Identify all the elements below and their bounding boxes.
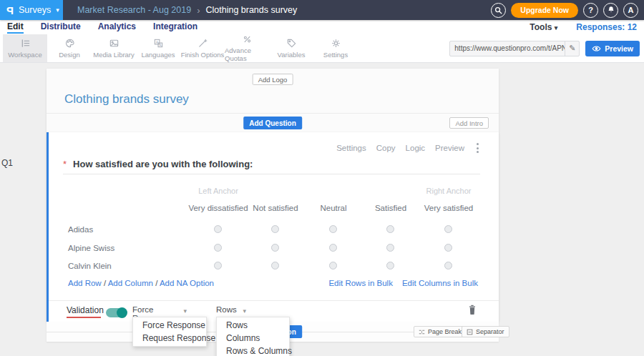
menu-option-rows-columns[interactable]: Rows & Columns (217, 345, 289, 356)
question-logic-link[interactable]: Logic (406, 144, 426, 152)
quota-percent-icon (242, 34, 253, 44)
edit-columns-bulk-link[interactable]: Edit Columns in Bulk (402, 279, 478, 287)
add-na-option-link[interactable]: Add NA Option (160, 279, 214, 287)
force-response-dropdown[interactable]: Force Response ▾ (132, 305, 188, 317)
edit-toolbar: Workspace Design Media Library AA Langua… (0, 34, 644, 63)
radio-option[interactable] (271, 225, 279, 233)
validation-toggle[interactable] (106, 308, 127, 317)
question-text[interactable]: How satisfied are you with the following… (73, 159, 253, 169)
survey-actions-row: Add Question Add Intro (47, 113, 499, 132)
tool-media-library[interactable]: Media Library (92, 34, 136, 62)
add-column-link[interactable]: Add Column (108, 279, 153, 287)
pencil-icon: ✎ (569, 44, 575, 53)
row-label[interactable]: Calvin Klein (68, 262, 112, 270)
tool-variables[interactable]: Variables (269, 34, 313, 62)
radio-option[interactable] (214, 262, 222, 270)
question-card: Settings Copy Logic Preview * How satisf… (47, 132, 499, 322)
avatar[interactable]: A (623, 3, 638, 18)
tool-workspace[interactable]: Workspace (3, 34, 47, 62)
survey-url-field[interactable]: https://www.questionpro.com/t/APNrFZ ✎ (449, 41, 580, 56)
edit-rows-bulk-link[interactable]: Edit Rows in Bulk (328, 279, 392, 287)
edit-url-button[interactable]: ✎ (565, 41, 579, 56)
left-anchor-label[interactable]: Left Anchor (179, 187, 258, 195)
tool-advance-quotas[interactable]: Advance Quotas (225, 34, 269, 62)
row-edit-links: Add Row / Add Column / Add NA Option (68, 279, 214, 287)
workspace-icon (20, 38, 31, 49)
column-header[interactable]: Very satisfied (413, 204, 484, 212)
breadcrumb-current: Clothing brands survey (205, 5, 297, 15)
tab-distribute[interactable]: Distribute (41, 21, 81, 34)
radio-option[interactable] (329, 262, 337, 270)
svg-text:A: A (155, 40, 158, 44)
question-preview-link[interactable]: Preview (435, 144, 464, 152)
radio-option[interactable] (329, 244, 337, 252)
add-question-button[interactable]: Add Question (243, 117, 302, 129)
help-button[interactable]: ? (583, 3, 598, 18)
tool-settings[interactable]: Settings (313, 34, 358, 62)
separator-button[interactable]: Separator (462, 326, 509, 337)
page-break-button[interactable]: Page Break (414, 326, 467, 337)
radio-option[interactable] (386, 262, 394, 270)
question-settings-link[interactable]: Settings (336, 144, 366, 152)
menu-option-rows[interactable]: Rows (217, 319, 289, 332)
question-copy-link[interactable]: Copy (376, 144, 396, 152)
responses-link[interactable]: Responses: 12 (576, 22, 637, 32)
toggle-knob (117, 307, 127, 318)
menu-option-request-response[interactable]: Request Response (133, 332, 206, 345)
tab-integration[interactable]: Integration (153, 21, 197, 34)
radio-option[interactable] (444, 244, 452, 252)
notifications-button[interactable] (603, 3, 618, 18)
radio-option[interactable] (444, 262, 452, 270)
radio-option[interactable] (271, 244, 279, 252)
radio-option[interactable] (386, 244, 394, 252)
validation-target-menu: Rows Columns Rows & Columns (216, 317, 290, 356)
question-text-row: * How satisfied are you with the followi… (63, 159, 253, 169)
add-intro-button[interactable]: Add Intro (449, 117, 489, 129)
tools-dropdown[interactable]: Tools ▾ (530, 22, 557, 32)
question-text-underline (63, 174, 480, 174)
tag-icon (286, 38, 297, 49)
add-logo-button[interactable]: Add Logo (253, 74, 293, 85)
preview-button[interactable]: Preview (585, 41, 640, 56)
palette-icon (64, 38, 75, 49)
menu-tabs: Edit Distribute Analytics Integration (0, 21, 197, 34)
upgrade-now-button[interactable]: Upgrade Now (511, 3, 578, 18)
validation-label[interactable]: Validation (67, 305, 104, 315)
gear-icon (331, 38, 341, 49)
required-asterisk: * (63, 159, 67, 169)
eye-icon (592, 45, 601, 52)
survey-header-card: Add Logo Clothing brands survey Add Ques… (47, 69, 499, 132)
tool-design[interactable]: Design (47, 34, 92, 62)
row-label[interactable]: Adidas (68, 225, 93, 234)
page-break-icon (419, 329, 425, 335)
radio-option[interactable] (329, 225, 337, 233)
radio-option[interactable] (214, 225, 222, 233)
add-row-link[interactable]: Add Row (68, 279, 102, 287)
breadcrumb-folder[interactable]: Market Research - Aug 2019 (77, 5, 191, 15)
question-actions: Settings Copy Logic Preview (336, 142, 481, 154)
chevron-down-icon: ▾ (56, 7, 59, 14)
row-label[interactable]: Alpine Swiss (68, 244, 114, 252)
more-options-kebab-icon[interactable] (474, 142, 481, 154)
validation-target-dropdown[interactable]: Rows ▾ (216, 305, 248, 317)
breadcrumb: Market Research - Aug 2019 › Clothing br… (77, 5, 297, 16)
toolbar-right: https://www.questionpro.com/t/APNrFZ ✎ P… (449, 34, 644, 62)
radio-option[interactable] (444, 225, 452, 233)
delete-question-button[interactable] (467, 304, 477, 318)
radio-option[interactable] (214, 244, 222, 252)
radio-option[interactable] (271, 262, 279, 270)
menu-option-force-response[interactable]: Force Response (133, 319, 206, 332)
right-anchor-label[interactable]: Right Anchor (409, 187, 488, 195)
svg-text:A: A (159, 44, 161, 47)
tab-edit[interactable]: Edit (7, 21, 24, 34)
menu-option-columns[interactable]: Columns (217, 332, 289, 345)
wand-icon (197, 38, 208, 49)
trash-icon (467, 304, 477, 315)
tab-analytics[interactable]: Analytics (98, 21, 136, 34)
surveys-product-switcher[interactable]: P Surveys ▾ (0, 0, 63, 20)
radio-option[interactable] (386, 225, 394, 233)
survey-title[interactable]: Clothing brands survey (64, 92, 189, 107)
tool-finish-options[interactable]: Finish Options (180, 34, 225, 62)
search-button[interactable] (491, 3, 506, 18)
tool-languages[interactable]: AA Languages (136, 34, 180, 62)
